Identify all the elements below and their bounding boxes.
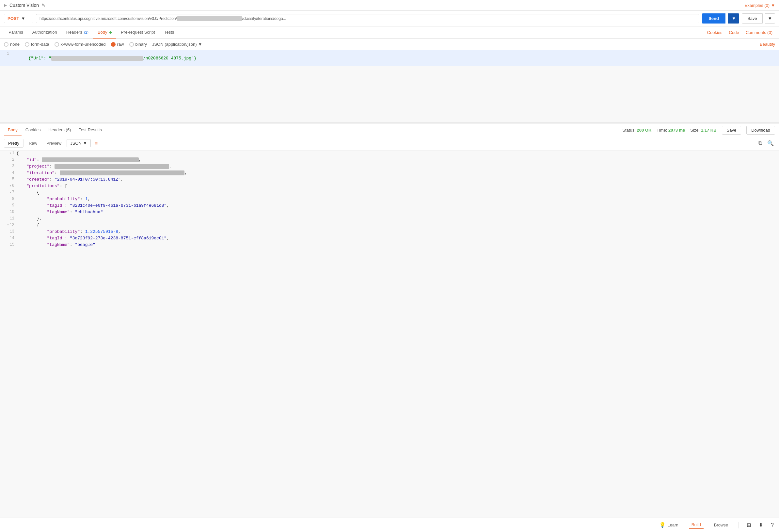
request-tabs: Params Authorization Headers (2) Body Pr…	[0, 26, 779, 39]
radio-none	[4, 42, 8, 47]
resp-line-6: ▾ 6 "predictions": [	[0, 183, 779, 190]
resp-line-8: 8 "probability": 1,	[0, 196, 779, 203]
browse-button[interactable]: Browse	[711, 521, 731, 529]
examples-button[interactable]: Examples (0) ▼	[745, 3, 775, 8]
url-input[interactable]: https://southcentralus.api.cognitive.mic…	[36, 14, 699, 23]
option-form-data[interactable]: form-data	[25, 42, 49, 47]
comments-link[interactable]: Comments (0)	[743, 27, 775, 38]
tab-authorization[interactable]: Authorization	[28, 26, 62, 39]
top-bar: ▶ Custom Vision ✎ Examples (0) ▼	[0, 0, 779, 11]
download-icon[interactable]: ⬇	[759, 522, 763, 528]
resp-line-10: 10 "tagName": "chihuahua"	[0, 209, 779, 216]
tab-params[interactable]: Params	[4, 26, 28, 39]
resp-line-13: 13 "probability": 1.22557591e-8,	[0, 229, 779, 235]
resp-line-9: 9 "tagId": "8231c40e-e0f9-461a-b731-b1a9…	[0, 203, 779, 209]
response-save-button[interactable]: Save	[722, 126, 741, 134]
radio-form-data	[25, 42, 29, 47]
resp-line-12: ▾12 {	[0, 222, 779, 229]
format-select[interactable]: JSON (application/json) ▼	[152, 42, 202, 47]
response-tabs-row: Body Cookies Headers (6) Test Results St…	[0, 124, 779, 136]
option-urlencoded[interactable]: x-www-form-urlencoded	[55, 42, 106, 47]
body-dot	[109, 32, 112, 34]
radio-binary	[129, 42, 134, 47]
resp-line-11: 11 },	[0, 216, 779, 222]
expand-arrow[interactable]: ▶	[4, 3, 7, 7]
bottom-divider	[738, 522, 739, 528]
response-status: Status: 200 OK Time: 2073 ms Size: 1.17 …	[622, 126, 775, 134]
resp-line-2: 2 "id": ,	[0, 157, 779, 164]
request-body-editor[interactable]: 1 {"Url": " /n02085620_4875.jpg"}	[0, 50, 779, 122]
resp-line-4: 4 "iteration": ,	[0, 170, 779, 177]
body-options: none form-data x-www-form-urlencoded raw…	[0, 39, 779, 50]
radio-urlencoded	[55, 42, 59, 47]
url-visible-part: https://southcentralus.api.cognitive.mic…	[40, 16, 177, 21]
response-tab-headers[interactable]: Headers (6)	[45, 124, 75, 136]
tab-headers[interactable]: Headers (2)	[62, 26, 93, 39]
url-bar: POST ▼ https://southcentralus.api.cognit…	[0, 11, 779, 26]
code-link[interactable]: Code	[726, 27, 742, 38]
resp-line-14: 14 "tagId": "3d723f92-273e-4238-8751-cff…	[0, 235, 779, 242]
headers-badge: (2)	[84, 31, 88, 34]
right-tabs: Cookies Code Comments (0)	[705, 27, 775, 38]
status-value: 200 OK	[637, 128, 652, 133]
resp-line-5: 5 "created": "2019-04-01T07:50:13.841Z",	[0, 177, 779, 183]
resp-line-15: 15 "tagName": "beagle"	[0, 242, 779, 248]
resp-line-1: ▾ 1 {	[0, 151, 779, 157]
search-icon[interactable]: 🔍	[766, 139, 775, 147]
save-dropdown-button[interactable]: ▼	[765, 13, 775, 23]
code-line-1: 1 {"Url": " /n02085620_4875.jpg"}	[0, 50, 779, 66]
format-right-icons: ⧉ 🔍	[757, 139, 775, 147]
format-row: Pretty Raw Preview JSON ▼ ≡ ⧉ 🔍	[0, 136, 779, 151]
send-dropdown-button[interactable]: ▼	[728, 13, 739, 23]
resp-line-3: 3 "project": ,	[0, 164, 779, 170]
tab-tests[interactable]: Tests	[160, 26, 179, 39]
tab-body[interactable]: Body	[93, 26, 116, 39]
url-blurred-part	[177, 16, 242, 21]
format-json-select[interactable]: JSON ▼	[67, 139, 91, 147]
method-dropdown-arrow: ▼	[21, 16, 25, 21]
format-tab-raw[interactable]: Raw	[25, 139, 41, 147]
method-select[interactable]: POST ▼	[4, 14, 33, 23]
format-tab-pretty[interactable]: Pretty	[4, 139, 23, 147]
size-value: 1.17 KB	[701, 128, 717, 133]
download-button[interactable]: Download	[746, 126, 775, 134]
copy-icon[interactable]: ⧉	[757, 139, 763, 147]
radio-raw	[111, 42, 116, 47]
save-button[interactable]: Save	[742, 13, 763, 23]
build-button[interactable]: Build	[689, 521, 704, 529]
beautify-button[interactable]: Beautify	[760, 42, 775, 47]
tab-prerequest[interactable]: Pre-request Script	[116, 26, 160, 39]
wrap-icon[interactable]: ≡	[95, 140, 98, 146]
format-tab-preview[interactable]: Preview	[43, 139, 65, 147]
grid-icon[interactable]: ⊞	[747, 522, 751, 528]
time-value: 2073 ms	[668, 128, 685, 133]
format-dropdown-arrow: ▼	[198, 42, 202, 47]
learn-icon: 💡	[659, 522, 666, 528]
app-title: Custom Vision	[9, 3, 39, 8]
url-end-part: /classify/iterations/doga...	[242, 16, 286, 21]
response-tab-body[interactable]: Body	[4, 124, 21, 136]
response-body[interactable]: ▾ 1 { 2 "id": , 3 "project": , 4 "iterat…	[0, 151, 779, 518]
help-icon[interactable]: ?	[771, 522, 774, 528]
cookies-link[interactable]: Cookies	[705, 27, 725, 38]
option-binary[interactable]: binary	[129, 42, 147, 47]
option-raw[interactable]: raw	[111, 42, 124, 47]
response-tab-cookies[interactable]: Cookies	[21, 124, 45, 136]
method-text: POST	[7, 16, 19, 21]
learn-button[interactable]: 💡 Learn	[657, 521, 681, 529]
resp-line-7: ▾ 7 {	[0, 190, 779, 196]
bottom-bar: 💡 Learn Build Browse ⊞ ⬇ ?	[0, 518, 779, 532]
send-button[interactable]: Send	[702, 13, 725, 23]
response-tab-testresults[interactable]: Test Results	[75, 124, 106, 136]
edit-icon[interactable]: ✎	[42, 3, 45, 8]
option-none[interactable]: none	[4, 42, 19, 47]
